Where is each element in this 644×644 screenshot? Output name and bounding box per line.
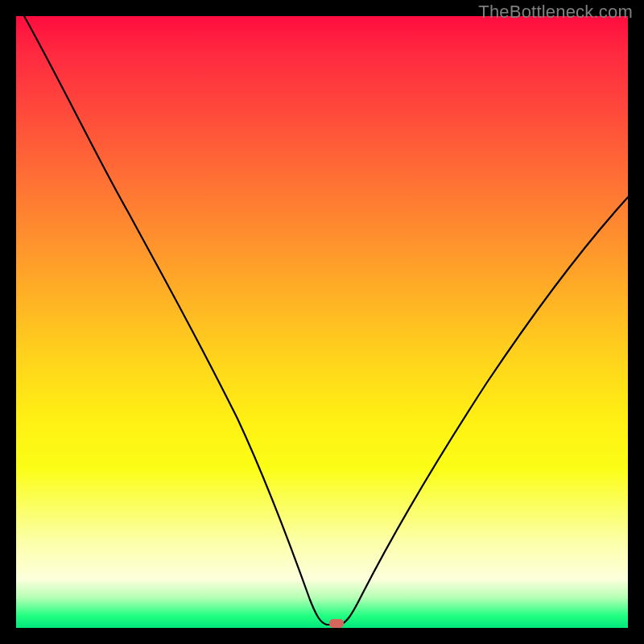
chart-frame: { "watermark": "TheBottleneck.com", "cha… (0, 0, 644, 644)
optimum-marker (329, 619, 344, 628)
curve-layer (16, 16, 628, 628)
watermark-text: TheBottleneck.com (478, 2, 633, 23)
bottleneck-curve (24, 16, 628, 625)
